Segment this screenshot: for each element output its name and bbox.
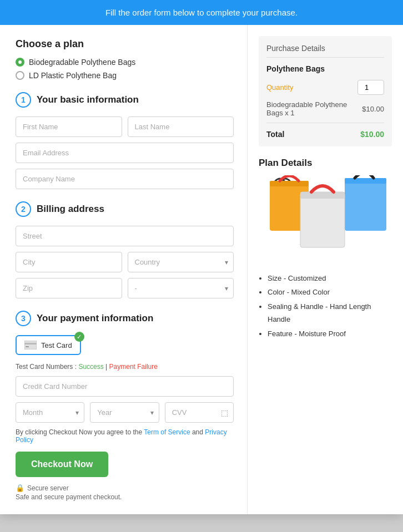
step2-label: Billing address xyxy=(37,204,104,215)
cc-field xyxy=(16,376,234,397)
plan-option-biodegradable[interactable]: Biodegradable Polythene Bags xyxy=(16,58,234,67)
company-field xyxy=(16,169,234,189)
bags-svg xyxy=(259,175,392,264)
terms-and: and xyxy=(192,428,205,436)
qty-label: Quantity xyxy=(266,83,293,92)
terms-of-service-link[interactable]: Term of Service xyxy=(144,428,190,436)
first-name-input[interactable] xyxy=(16,116,122,137)
test-card-prefix: Test Card Numbers : xyxy=(16,363,78,371)
street-input[interactable] xyxy=(16,226,234,246)
expiry-row: Month 010203 040506 070809 101112 Year 2… xyxy=(16,402,234,423)
choose-plan-title: Choose a plan xyxy=(16,38,234,50)
main-content: Choose a plan Biodegradable Polythene Ba… xyxy=(0,25,403,514)
item-price: $10.00 xyxy=(362,105,384,113)
svg-rect-6 xyxy=(345,178,386,184)
step3-circle: 3 xyxy=(16,311,31,326)
state-select-wrapper: - xyxy=(128,278,234,298)
total-row: Total $10.00 xyxy=(266,130,384,139)
terms-prefix: By clicking Checkout Now you agree to th… xyxy=(16,428,144,436)
month-select-wrapper: Month 010203 040506 070809 101112 xyxy=(16,402,84,423)
success-link[interactable]: Success xyxy=(78,363,103,371)
company-input[interactable] xyxy=(16,169,234,189)
month-select[interactable]: Month 010203 040506 070809 101112 xyxy=(16,402,84,423)
plan-option-ld-plastic-label: LD Plastic Polythene Bag xyxy=(29,71,117,80)
card-check-icon: ✓ xyxy=(74,332,84,342)
price-row: Biodegradable Polythene Bags x 1 $10.00 xyxy=(266,100,384,123)
country-select[interactable]: Country xyxy=(128,252,234,272)
name-row xyxy=(16,116,234,137)
terms-text: By clicking Checkout Now you agree to th… xyxy=(16,428,234,444)
total-price: $10.00 xyxy=(360,130,384,139)
svg-rect-5 xyxy=(345,178,386,231)
radio-empty-icon xyxy=(16,71,24,80)
cvv-field: ⬚ xyxy=(165,402,234,423)
failure-link[interactable]: Payment Failure xyxy=(109,363,158,371)
city-field xyxy=(16,252,122,272)
svg-rect-1 xyxy=(24,343,37,344)
cc-input[interactable] xyxy=(16,376,234,397)
top-banner: Fill the order form below to complete yo… xyxy=(0,0,403,25)
email-field xyxy=(16,143,234,163)
step1-label: Your basic information xyxy=(37,94,139,105)
purchase-details-title: Purchase Details xyxy=(266,44,384,58)
cc-row xyxy=(16,376,234,397)
qty-input[interactable] xyxy=(357,80,384,95)
step2-section: 2 Billing address Country xyxy=(16,201,234,298)
bags-image xyxy=(259,175,392,264)
zip-state-row: - xyxy=(16,278,234,298)
item-label: Biodegradable Polythene Bags x 1 xyxy=(266,100,362,117)
step3-label: Your payment information xyxy=(37,313,153,324)
first-name-field xyxy=(16,116,122,137)
qty-row: Quantity xyxy=(266,80,384,95)
street-field xyxy=(16,226,234,246)
step2-header: 2 Billing address xyxy=(16,201,234,217)
product-name: Polythene Bags xyxy=(266,64,384,73)
page-wrapper: Fill the order form below to complete yo… xyxy=(0,0,403,514)
step3-section: 3 Your payment information ✓ Test Card xyxy=(16,311,234,501)
plan-option-ld-plastic[interactable]: LD Plastic Polythene Bag xyxy=(16,71,234,80)
last-name-input[interactable] xyxy=(128,116,234,137)
feature-3: Sealing & Handle - Hand Length Handle xyxy=(268,300,392,326)
zip-field xyxy=(16,278,122,298)
state-select[interactable]: - xyxy=(128,278,234,298)
plan-details-title: Plan Details xyxy=(259,158,392,169)
city-input[interactable] xyxy=(16,252,122,272)
svg-rect-0 xyxy=(24,341,37,349)
card-options: ✓ Test Card xyxy=(16,335,234,355)
city-country-row: Country xyxy=(16,252,234,272)
feature-2: Color - Mixed Color xyxy=(268,286,392,298)
left-panel: Choose a plan Biodegradable Polythene Ba… xyxy=(0,25,248,514)
right-panel: Purchase Details Polythene Bags Quantity… xyxy=(248,25,403,352)
svg-rect-8 xyxy=(300,192,345,199)
secure-server-label: Secure server xyxy=(27,484,69,492)
test-card-option[interactable]: ✓ Test Card xyxy=(16,335,81,355)
banner-text: Fill the order form below to complete yo… xyxy=(105,8,298,17)
zip-input[interactable] xyxy=(16,278,122,298)
svg-rect-4 xyxy=(270,181,309,186)
feature-1: Size - Customized xyxy=(268,272,392,285)
svg-rect-2 xyxy=(26,346,29,347)
year-select[interactable]: Year 202420252026 20272028 xyxy=(90,402,159,423)
step1-section: 1 Your basic information xyxy=(16,92,234,189)
test-card-numbers: Test Card Numbers : Success | Payment Fa… xyxy=(16,363,234,371)
step2-circle: 2 xyxy=(16,201,31,217)
checkout-button[interactable]: Checkout Now xyxy=(16,452,108,477)
lock-icon: 🔒 xyxy=(16,484,24,492)
cvv-icon: ⬚ xyxy=(221,408,228,417)
separator: | xyxy=(105,363,107,371)
secure-detail: Safe and secure payment checkout. xyxy=(16,493,234,501)
secure-top: 🔒 Secure server xyxy=(16,484,234,492)
country-select-wrapper: Country xyxy=(128,252,234,272)
street-row xyxy=(16,226,234,246)
secure-note: 🔒 Secure server Safe and secure payment … xyxy=(16,484,234,501)
svg-rect-7 xyxy=(300,192,345,247)
total-label: Total xyxy=(266,130,284,139)
company-row xyxy=(16,169,234,189)
step3-header: 3 Your payment information xyxy=(16,311,234,326)
step1-header: 1 Your basic information xyxy=(16,92,234,108)
credit-card-icon xyxy=(24,341,37,349)
radio-filled-icon xyxy=(16,58,24,67)
email-input[interactable] xyxy=(16,143,234,163)
email-row xyxy=(16,143,234,163)
feature-4: Feature - Moisture Proof xyxy=(268,327,392,340)
